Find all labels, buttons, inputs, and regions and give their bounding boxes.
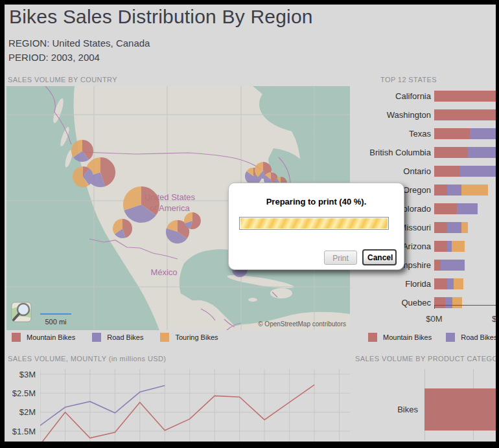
legend-item-road[interactable]: Road Bikes xyxy=(446,333,496,342)
bar-segment-mountain-bikes[interactable] xyxy=(434,147,468,158)
map-scale-label: 500 mi xyxy=(45,318,66,326)
legend-label: Road Bikes xyxy=(107,333,143,341)
osm-logo-icon[interactable] xyxy=(12,302,31,322)
dialog-message: Preparing to print (40 %). xyxy=(229,197,404,207)
state-stacked-bar xyxy=(434,185,488,196)
print-button[interactable]: Print xyxy=(324,251,357,265)
bar-segment-touring-bikes[interactable] xyxy=(454,278,463,289)
map-label-mexico: México xyxy=(150,267,177,277)
top-states-axis-partial-label: $ xyxy=(492,314,496,324)
state-label: British Columbia xyxy=(354,148,431,157)
bar-segment-mountain-bikes[interactable] xyxy=(434,203,457,214)
legend-item-touring[interactable]: Touring Bikes xyxy=(160,333,218,342)
bar-segment-mountain-bikes[interactable] xyxy=(434,185,447,196)
top-states-axis xyxy=(434,305,496,306)
map-attribution: © OpenStreetMap contributors xyxy=(258,320,346,328)
product-category-label: Bikes xyxy=(353,405,418,414)
map-legend: Mountain Bikes Road Bikes Touring Bikes xyxy=(12,332,235,342)
bar-segment-road-bikes[interactable] xyxy=(460,166,499,177)
ytick-1-5m: $1.5M xyxy=(6,427,36,436)
bar-segment-road-bikes[interactable] xyxy=(457,203,478,214)
top-states-legend: Mountain Bikes Road Bikes xyxy=(368,332,496,342)
legend-item-mountain[interactable]: Mountain Bikes xyxy=(12,333,75,342)
period-subtitle: PERIOD: 2003, 2004 xyxy=(8,52,100,63)
ytick-3m: $3M xyxy=(6,370,36,379)
print-progress-fill xyxy=(240,218,388,229)
print-progress-dialog: Preparing to print (40 %). Print Cancel xyxy=(228,183,404,270)
ytick-2m: $2M xyxy=(6,407,36,417)
bar-segment-mountain-bikes[interactable] xyxy=(434,241,447,252)
state-row: Texas xyxy=(354,128,499,139)
monthly-panel-title: SALES VOLUME, MOUNTLY (in millions USD) xyxy=(8,355,166,363)
state-stacked-bar xyxy=(434,147,499,158)
bar-segment-mountain-bikes[interactable] xyxy=(434,297,445,308)
state-stacked-bar xyxy=(434,91,499,102)
product-panel-title: SALES VOLUME BY PRODUCT CATEGORY xyxy=(355,355,496,363)
page-title: Bikes Sales Distribution By Region xyxy=(9,6,313,28)
legend-label: Mountain Bikes xyxy=(383,333,432,341)
bar-segment-mountain-bikes[interactable] xyxy=(434,128,470,139)
top-states-panel-title: TOP 12 STATES xyxy=(380,76,437,84)
bar-segment-mountain-bikes[interactable] xyxy=(434,166,460,177)
mountain-bikes-swatch-icon xyxy=(368,333,377,342)
bar-segment-road-bikes[interactable] xyxy=(445,297,452,308)
state-stacked-bar xyxy=(434,166,499,177)
state-stacked-bar xyxy=(434,260,465,271)
state-label: California xyxy=(354,91,431,101)
region-subtitle: REGION: United States, Canada xyxy=(8,38,150,49)
road-bikes-swatch-icon xyxy=(446,333,455,342)
bar-segment-touring-bikes[interactable] xyxy=(452,241,465,252)
state-stacked-bar xyxy=(434,203,478,214)
bar-segment-road-bikes[interactable] xyxy=(447,278,454,289)
cancel-button[interactable]: Cancel xyxy=(362,249,397,265)
state-row: Quebec xyxy=(354,297,499,308)
top-states-axis-zero-label: $0M xyxy=(420,314,448,324)
state-row: Washington xyxy=(354,109,499,120)
mountain-bikes-swatch-icon xyxy=(12,333,21,342)
bar-segment-road-bikes[interactable] xyxy=(441,260,465,271)
legend-item-road[interactable]: Road Bikes xyxy=(92,333,143,342)
monthly-line-chart xyxy=(40,369,350,442)
state-row: Florida xyxy=(354,278,499,289)
touring-bikes-swatch-icon xyxy=(160,333,169,342)
state-label: Ontario xyxy=(354,166,431,176)
state-row: British Columbia xyxy=(354,147,499,158)
bar-segment-mountain-bikes[interactable] xyxy=(434,109,499,120)
bar-segment-mountain-bikes[interactable] xyxy=(434,222,447,233)
bar-segment-mountain-bikes[interactable] xyxy=(434,260,441,271)
state-stacked-bar xyxy=(434,222,468,233)
state-label: Quebec xyxy=(354,298,431,308)
legend-label: Mountain Bikes xyxy=(27,333,75,341)
legend-label: Road Bikes xyxy=(461,333,496,341)
state-label: Florida xyxy=(354,279,431,289)
print-progress-bar xyxy=(239,217,389,230)
bar-segment-mountain-bikes[interactable] xyxy=(434,91,499,102)
state-label: Texas xyxy=(354,129,431,139)
state-row: Ontario xyxy=(354,166,499,177)
bar-segment-touring-bikes[interactable] xyxy=(461,222,468,233)
bar-segment-mountain-bikes[interactable] xyxy=(434,278,447,289)
state-row: California xyxy=(354,91,499,102)
bar-segment-road-bikes[interactable] xyxy=(447,241,452,252)
road-bikes-swatch-icon xyxy=(92,333,101,342)
dashboard-frame: Bikes Sales Distribution By Region REGIO… xyxy=(0,0,499,448)
bar-segment-road-bikes[interactable] xyxy=(470,128,499,139)
bar-segment-road-bikes[interactable] xyxy=(447,222,461,233)
map-panel-title: SALES VOLUME BY COUNTRY xyxy=(8,76,117,84)
bar-segment-road-bikes[interactable] xyxy=(468,147,499,158)
map-jamaica xyxy=(248,298,257,302)
state-stacked-bar xyxy=(434,128,499,139)
bar-segment-touring-bikes[interactable] xyxy=(461,185,488,196)
top-states-axis-tick xyxy=(434,305,435,309)
legend-item-mountain[interactable]: Mountain Bikes xyxy=(368,333,432,342)
state-label: Washington xyxy=(354,110,431,120)
state-stacked-bar xyxy=(434,241,465,252)
ytick-2-5m: $2.5M xyxy=(6,388,36,398)
bar-segment-touring-bikes[interactable] xyxy=(452,297,462,308)
state-stacked-bar xyxy=(434,109,499,120)
state-stacked-bar xyxy=(434,278,463,289)
state-stacked-bar xyxy=(434,297,462,308)
product-bar-bikes[interactable] xyxy=(424,388,496,431)
bar-segment-road-bikes[interactable] xyxy=(447,185,461,196)
legend-label: Touring Bikes xyxy=(175,333,218,341)
